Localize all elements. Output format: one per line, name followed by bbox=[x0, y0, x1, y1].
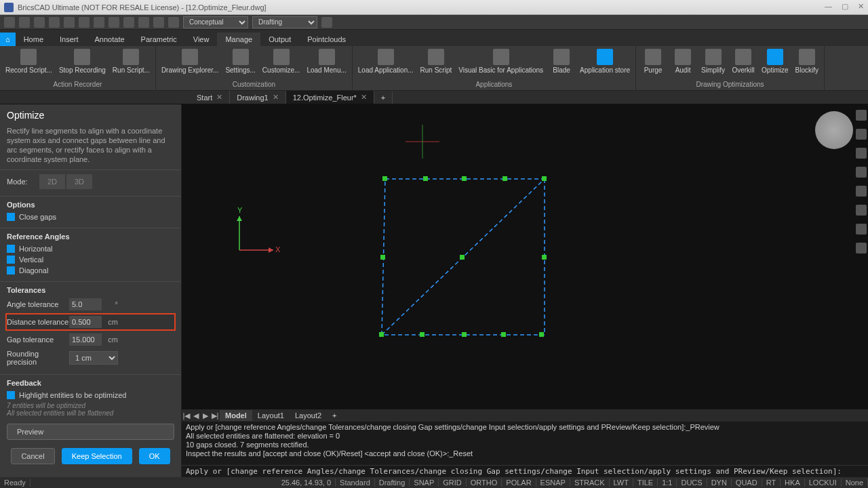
layout-tab-layout1[interactable]: Layout1 bbox=[252, 410, 290, 421]
ribbon-tab-insert[interactable]: Insert bbox=[52, 33, 87, 46]
close-icon[interactable]: ✕ bbox=[216, 93, 222, 102]
status-dyn[interactable]: DYN bbox=[707, 479, 732, 487]
view-cube[interactable] bbox=[815, 111, 853, 149]
qat-icon[interactable] bbox=[108, 17, 119, 28]
status-grid[interactable]: GRID bbox=[439, 479, 467, 487]
sidebar-icon[interactable] bbox=[856, 224, 867, 235]
vertical-checkbox[interactable] bbox=[7, 256, 15, 264]
status-esnap[interactable]: ESNAP bbox=[536, 479, 570, 487]
status-lockui[interactable]: LOCKUI bbox=[805, 479, 842, 487]
sidebar-icon[interactable] bbox=[856, 129, 867, 140]
ribbon-tab-pointclouds[interactable]: Pointclouds bbox=[299, 33, 354, 46]
status-drafting[interactable]: Drafting bbox=[375, 479, 410, 487]
layout-tab-layout2[interactable]: Layout2 bbox=[290, 410, 327, 421]
status-hka[interactable]: HKA bbox=[781, 479, 805, 487]
status-tile[interactable]: TILE bbox=[633, 479, 658, 487]
status-quad[interactable]: QUAD bbox=[732, 479, 762, 487]
help-icon[interactable] bbox=[321, 17, 332, 28]
qat-icon[interactable] bbox=[94, 17, 104, 28]
ribbon-tab-view[interactable]: View bbox=[185, 33, 218, 46]
load-menu-button[interactable]: Load Menu... bbox=[304, 47, 349, 75]
ok-button[interactable]: OK bbox=[139, 448, 170, 464]
close-icon[interactable]: ✕ bbox=[361, 93, 367, 102]
command-line-input[interactable]: Apply or [change reference Angles/change… bbox=[182, 465, 868, 477]
blockify-button[interactable]: Blockify bbox=[793, 47, 821, 75]
optimize-button[interactable]: Optimize bbox=[759, 47, 791, 75]
doc-tab-drawing1[interactable]: Drawing1✕ bbox=[230, 91, 285, 104]
maximize-icon[interactable]: ▢ bbox=[842, 2, 848, 11]
purge-button[interactable]: Purge bbox=[639, 47, 667, 75]
qat-icon[interactable] bbox=[64, 17, 75, 28]
highlight-checkbox[interactable] bbox=[7, 391, 15, 399]
sidebar-icon[interactable] bbox=[856, 148, 867, 159]
close-gaps-checkbox[interactable] bbox=[7, 213, 15, 221]
status-polar[interactable]: POLAR bbox=[502, 479, 536, 487]
status-lwt[interactable]: LWT bbox=[610, 479, 633, 487]
minimize-icon[interactable]: — bbox=[825, 2, 832, 11]
preview-button[interactable]: Preview bbox=[7, 424, 174, 440]
close-icon[interactable]: ✕ bbox=[858, 2, 864, 11]
status-none[interactable]: None bbox=[842, 479, 868, 487]
visual-style-select[interactable]: Conceptual bbox=[183, 16, 248, 28]
status-units[interactable]: Standard bbox=[336, 479, 375, 487]
diagonal-checkbox[interactable] bbox=[7, 266, 15, 274]
audit-button[interactable]: Audit bbox=[669, 47, 697, 75]
overkill-button[interactable]: Overkill bbox=[729, 47, 757, 75]
sidebar-icon[interactable] bbox=[856, 110, 867, 121]
drawing-canvas[interactable]: X Y bbox=[182, 104, 868, 409]
run-script2-button[interactable]: Run Script bbox=[418, 47, 455, 75]
qat-icon[interactable] bbox=[123, 17, 134, 28]
layout-tab-add[interactable]: + bbox=[327, 410, 342, 421]
mode-3d-button[interactable]: 3D bbox=[66, 174, 92, 189]
qat-icon[interactable] bbox=[153, 17, 164, 28]
gap-tol-input[interactable] bbox=[69, 333, 102, 346]
stop-recording-button[interactable]: Stop Recording bbox=[56, 47, 108, 75]
ribbon-home-icon[interactable]: ⌂ bbox=[0, 33, 16, 46]
qat-icon[interactable] bbox=[4, 17, 15, 28]
simplify-button[interactable]: Simplify bbox=[698, 47, 728, 75]
status-ducs[interactable]: DUCS bbox=[677, 479, 707, 487]
angle-tol-input[interactable] bbox=[69, 298, 102, 310]
qat-icon[interactable] bbox=[19, 17, 30, 28]
close-icon[interactable]: ✕ bbox=[273, 93, 279, 102]
qat-icon[interactable] bbox=[138, 17, 149, 28]
vba-button[interactable]: Visual Basic for Applications bbox=[456, 47, 546, 75]
ribbon-tab-output[interactable]: Output bbox=[260, 33, 299, 46]
status-ortho[interactable]: ORTHO bbox=[467, 479, 502, 487]
layout-nav-next[interactable]: ▶ bbox=[201, 411, 210, 420]
ribbon-tab-parametric[interactable]: Parametric bbox=[133, 33, 185, 46]
doc-tab-optimize-fleur[interactable]: 12.Optimize_Fleur*✕ bbox=[286, 91, 374, 104]
ribbon-tab-home[interactable]: Home bbox=[16, 33, 52, 46]
cancel-button[interactable]: Cancel bbox=[11, 448, 54, 464]
layout-tab-model[interactable]: Model bbox=[220, 410, 252, 421]
qat-icon[interactable] bbox=[49, 17, 60, 28]
layout-nav-prev[interactable]: ◀ bbox=[191, 411, 201, 420]
sidebar-icon[interactable] bbox=[856, 186, 867, 197]
qat-icon[interactable] bbox=[79, 17, 90, 28]
distance-tol-input[interactable] bbox=[69, 316, 102, 328]
sidebar-icon[interactable] bbox=[856, 205, 867, 216]
status-strack[interactable]: STRACK bbox=[570, 479, 610, 487]
mode-2d-button[interactable]: 2D bbox=[39, 174, 65, 189]
rounding-select[interactable]: 1 cm bbox=[69, 351, 118, 365]
status-snap[interactable]: SNAP bbox=[410, 479, 439, 487]
new-tab-button[interactable]: + bbox=[374, 92, 393, 104]
record-script-button[interactable]: Record Script... bbox=[3, 47, 55, 75]
keep-selection-button[interactable]: Keep Selection bbox=[62, 448, 132, 464]
sidebar-icon[interactable] bbox=[856, 243, 867, 253]
doc-tab-start[interactable]: Start✕ bbox=[190, 91, 230, 104]
status-scale[interactable]: 1:1 bbox=[658, 479, 677, 487]
blade-button[interactable]: Blade bbox=[547, 47, 576, 75]
ribbon-tab-annotate[interactable]: Annotate bbox=[87, 33, 133, 46]
settings-button[interactable]: Settings... bbox=[222, 47, 258, 75]
layout-nav-first[interactable]: |◀ bbox=[182, 411, 191, 420]
horizontal-checkbox[interactable] bbox=[7, 245, 15, 253]
qat-icon[interactable] bbox=[34, 17, 45, 28]
app-store-button[interactable]: Application store bbox=[577, 47, 633, 75]
status-rt[interactable]: RT bbox=[762, 479, 781, 487]
load-app-button[interactable]: Load Application... bbox=[355, 47, 416, 75]
qat-icon[interactable] bbox=[168, 17, 179, 28]
run-script-button[interactable]: Run Script... bbox=[110, 47, 153, 75]
ribbon-tab-manage[interactable]: Manage bbox=[217, 33, 260, 46]
workspace-select[interactable]: Drafting bbox=[252, 16, 317, 28]
